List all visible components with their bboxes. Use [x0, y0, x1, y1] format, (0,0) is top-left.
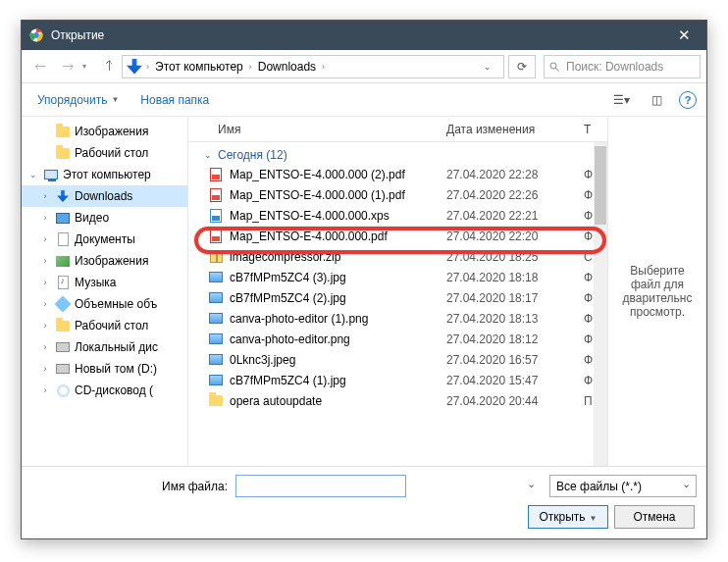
file-name: cB7fMPm5ZC4 (1).jpg: [230, 374, 446, 387]
chevron-right-icon: ›: [249, 62, 252, 72]
sidebar-item-label: Изображения: [75, 125, 148, 138]
file-name: Map_ENTSO-E-4.000.000 (2).pdf: [230, 168, 446, 181]
file-row[interactable]: canva-photo-editor (1).png27.04.2020 18:…: [188, 308, 607, 329]
sidebar-item-локальный-дис[interactable]: ›Локальный дис: [22, 336, 187, 358]
sidebar-item-новый-том-d-[interactable]: ›Новый том (D:): [22, 358, 187, 380]
file-name: opera autoupdate: [230, 394, 446, 408]
file-row[interactable]: 0Lknc3j.jpeg27.04.2020 16:57Ф: [188, 349, 607, 370]
tree-toggle-icon[interactable]: ›: [39, 321, 51, 331]
crumb-downloads[interactable]: Downloads: [256, 60, 318, 74]
filename-input[interactable]: [235, 475, 406, 497]
file-name: imagecompressor.zip: [230, 250, 446, 264]
sidebar-item-объемные-объ[interactable]: ›Объемные объ: [22, 293, 187, 315]
sidebar-item-downloads[interactable]: ›Downloads: [22, 185, 187, 207]
nav-up[interactable]: 🡑: [98, 59, 120, 74]
file-row[interactable]: canva-photo-editor.png27.04.2020 18:12Ф: [188, 329, 607, 349]
sidebar-item-этот-компьютер[interactable]: ⌄Этот компьютер: [22, 164, 187, 185]
tree-toggle-icon[interactable]: ›: [39, 342, 51, 352]
close-button[interactable]: ✕: [670, 26, 699, 44]
sidebar-item-документы[interactable]: ›Документы: [22, 229, 187, 250]
file-row[interactable]: Map_ENTSO-E-4.000.000 (1).pdf27.04.2020 …: [188, 184, 607, 205]
sidebar-item-изображения[interactable]: ›Изображения: [22, 250, 187, 272]
help-button[interactable]: ?: [679, 91, 697, 109]
sidebar-item-рабочий-стол[interactable]: ›Рабочий стол: [22, 315, 187, 336]
search-box[interactable]: Поиск: Downloads: [544, 55, 701, 78]
sidebar-item-label: Изображения: [75, 254, 148, 268]
titlebar: Открытие ✕: [22, 21, 706, 50]
tree-toggle-icon[interactable]: ›: [39, 191, 51, 201]
sidebar-item-видео[interactable]: ›Видео: [22, 207, 187, 229]
file-row[interactable]: imagecompressor.zip27.04.2020 18:25С: [188, 246, 607, 267]
address-dropdown[interactable]: ⌄: [476, 62, 499, 72]
file-row[interactable]: Map_ENTSO-E-4.000.000.pdf27.04.2020 22:2…: [188, 226, 607, 246]
file-date: 27.04.2020 20:44: [446, 394, 584, 408]
file-date: 27.04.2020 18:25: [446, 250, 584, 264]
sidebar-item-изображения[interactable]: Изображения: [22, 121, 187, 142]
search-placeholder: Поиск: Downloads: [566, 60, 663, 74]
tree-toggle-icon[interactable]: ›: [39, 299, 51, 309]
file-date: 27.04.2020 18:18: [446, 271, 584, 284]
organize-menu[interactable]: Упорядочить▼: [31, 89, 125, 111]
file-row[interactable]: opera autoupdate27.04.2020 20:44П: [188, 390, 607, 411]
file-name: Map_ENTSO-E-4.000.000.pdf: [230, 230, 446, 243]
nav-back[interactable]: 🡐: [27, 54, 53, 79]
refresh-button[interactable]: ⟳: [508, 55, 536, 78]
address-bar[interactable]: › Этот компьютер › Downloads › ⌄: [122, 55, 504, 78]
tree-toggle-icon[interactable]: ›: [39, 256, 51, 266]
file-type-filter[interactable]: [549, 475, 697, 497]
img-icon: [208, 311, 224, 327]
nav-forward: 🡒: [55, 54, 80, 79]
file-date: 27.04.2020 22:20: [446, 230, 584, 243]
sidebar-item-cd-дисковод-[interactable]: ›CD-дисковод (: [22, 380, 187, 401]
nav-history-dropdown[interactable]: ▾: [82, 62, 96, 71]
zip-icon: [208, 249, 224, 265]
col-type[interactable]: Т: [584, 123, 607, 136]
file-row[interactable]: cB7fMPm5ZC4 (1).jpg27.04.2020 15:47Ф: [188, 370, 607, 390]
chevron-down-icon: ▼: [111, 95, 119, 104]
folder-icon: [55, 318, 71, 333]
scrollbar[interactable]: [594, 142, 607, 466]
tree-toggle-icon[interactable]: ›: [39, 234, 51, 244]
sidebar-item-музыка[interactable]: ›Музыка: [22, 272, 187, 293]
file-name: Map_ENTSO-E-4.000.000 (1).pdf: [230, 188, 446, 202]
xps-icon: [208, 208, 224, 224]
file-date: 27.04.2020 18:13: [446, 312, 584, 326]
file-row[interactable]: cB7fMPm5ZC4 (2).jpg27.04.2020 18:17Ф: [188, 287, 607, 308]
file-row[interactable]: Map_ENTSO-E-4.000.000 (2).pdf27.04.2020 …: [188, 164, 607, 184]
sidebar-item-label: Видео: [75, 211, 109, 225]
tree-toggle-icon[interactable]: ›: [39, 213, 51, 223]
pic-icon: [55, 253, 71, 269]
sidebar-item-label: Новый том (D:): [75, 362, 157, 376]
tree-toggle-icon[interactable]: ›: [39, 364, 51, 374]
cancel-button[interactable]: Отмена: [614, 505, 695, 529]
col-date[interactable]: Дата изменения: [446, 123, 584, 136]
sidebar-item-label: Музыка: [75, 276, 116, 289]
file-row[interactable]: cB7fMPm5ZC4 (3).jpg27.04.2020 18:18Ф: [188, 267, 607, 287]
sidebar-item-рабочий-стол[interactable]: Рабочий стол: [22, 142, 187, 164]
tree-toggle-icon[interactable]: ›: [39, 278, 51, 287]
crumb-computer[interactable]: Этот компьютер: [153, 60, 245, 74]
new-folder-button[interactable]: Новая папка: [134, 89, 215, 111]
sidebar-item-label: Объемные объ: [75, 297, 157, 311]
file-name: cB7fMPm5ZC4 (3).jpg: [230, 271, 446, 284]
film-icon: [55, 210, 71, 226]
file-date: 27.04.2020 22:21: [446, 209, 584, 223]
nav-bar: 🡐 🡒 ▾ 🡑 › Этот компьютер › Downloads › ⌄…: [22, 50, 706, 83]
group-header-today[interactable]: ⌄ Сегодня (12): [188, 142, 607, 164]
open-button[interactable]: Открыть▼: [528, 505, 608, 529]
toolbar: Упорядочить▼ Новая папка ☰▾ ◫ ?: [22, 83, 706, 117]
tree-toggle-icon[interactable]: ⌄: [27, 170, 39, 179]
monitor-icon: [43, 167, 59, 182]
preview-pane-button[interactable]: ◫: [644, 88, 669, 112]
view-mode-button[interactable]: ☰▾: [608, 88, 634, 112]
filename-label: Имя файла:: [31, 480, 228, 493]
file-name: cB7fMPm5ZC4 (2).jpg: [230, 291, 446, 305]
svg-line-3: [556, 68, 559, 71]
tree-toggle-icon[interactable]: ›: [39, 385, 51, 395]
img-icon: [208, 270, 224, 285]
chevron-right-icon: ›: [322, 62, 325, 72]
scrollbar-thumb[interactable]: [595, 146, 606, 225]
file-row[interactable]: Map_ENTSO-E-4.000.000.xps27.04.2020 22:2…: [188, 205, 607, 226]
sidebar-item-label: Рабочий стол: [75, 146, 148, 160]
col-name[interactable]: Имя: [188, 123, 446, 136]
